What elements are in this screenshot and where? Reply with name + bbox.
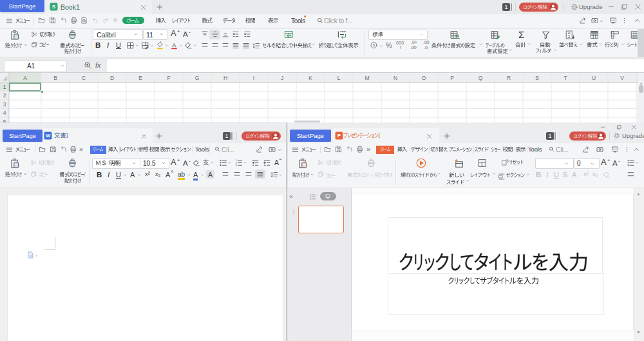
svg-text:$: $ [373,43,375,47]
svg-text:Z: Z [568,35,571,39]
svg-text:S: S [52,4,56,10]
svg-text:A: A [568,31,571,35]
svg-text:A: A [173,42,176,48]
svg-text:3: 3 [236,164,237,167]
svg-text:W: W [46,133,51,139]
svg-text:P: P [337,133,341,139]
